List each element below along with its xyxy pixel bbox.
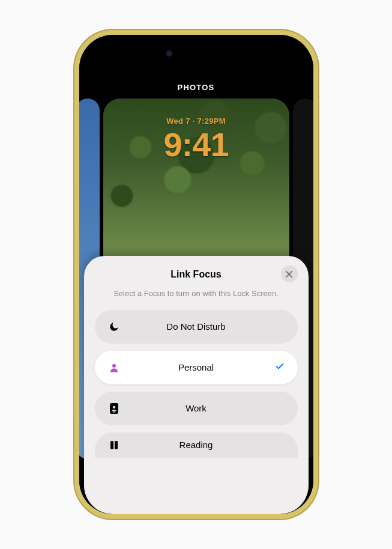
iphone-device-frame: PHOTOS Wed 7 · 7:29PM 9:41 Link Focus [79, 35, 313, 514]
svg-rect-3 [112, 410, 116, 411]
wallpaper-style-label: PHOTOS [79, 83, 313, 92]
lockscreen-dateline: Wed 7 · 7:29PM [103, 117, 289, 126]
focus-list: Do Not Disturb Personal Work [95, 310, 298, 458]
focus-option-label: Reading [121, 440, 286, 450]
link-focus-sheet: Link Focus Select a Focus to turn on wit… [84, 256, 309, 514]
close-icon [286, 271, 292, 278]
badge-icon [107, 402, 121, 414]
focus-option-work[interactable]: Work [95, 392, 298, 425]
close-button[interactable] [281, 265, 298, 282]
svg-point-2 [112, 405, 115, 408]
svg-rect-4 [112, 411, 115, 412]
screen: PHOTOS Wed 7 · 7:29PM 9:41 Link Focus [79, 35, 313, 514]
moon-icon [107, 321, 121, 332]
sheet-subtitle: Select a Focus to turn on with this Lock… [95, 288, 298, 310]
focus-option-label: Personal [121, 362, 286, 372]
focus-option-label: Do Not Disturb [121, 321, 286, 332]
focus-option-dnd[interactable]: Do Not Disturb [95, 310, 298, 344]
lockscreen-time: 9:41 [103, 125, 289, 164]
book-icon [107, 440, 121, 450]
svg-rect-5 [113, 441, 115, 449]
focus-option-personal[interactable]: Personal [95, 351, 298, 384]
checkmark-icon [275, 362, 285, 374]
svg-point-0 [112, 364, 116, 368]
dynamic-island [160, 43, 232, 64]
person-icon [107, 362, 121, 373]
focus-option-reading[interactable]: Reading [95, 432, 298, 458]
focus-option-label: Work [121, 403, 286, 413]
front-camera [166, 50, 172, 56]
sheet-title: Link Focus [170, 269, 221, 280]
